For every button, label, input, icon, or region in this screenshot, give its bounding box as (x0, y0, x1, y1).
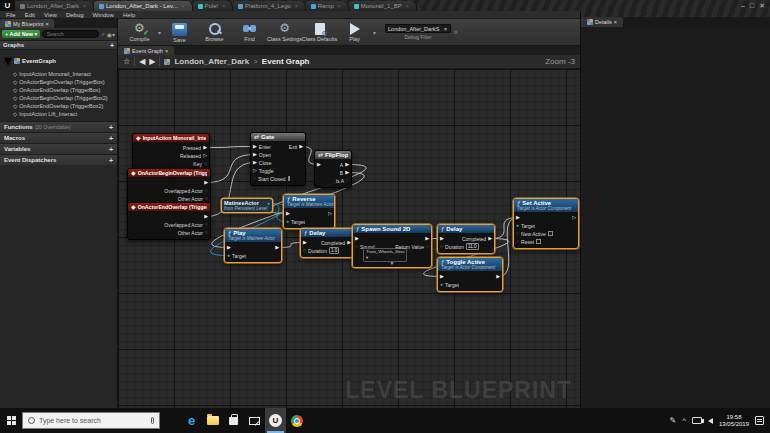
pin-enter[interactable]: ▶Enter (253, 143, 286, 150)
node-input-monorail[interactable]: ◆InputAction Monorail_Interact▶Pressed▷R… (132, 133, 210, 171)
tree-item-event[interactable]: ◇OnActorEndOverlap (TriggerBox) (0, 86, 117, 94)
pin-close[interactable]: ▶Close (253, 159, 286, 166)
node-spawn-sound[interactable]: ƒSpawn Sound 2D▶○SoundTrain_Wheels_Strai… (352, 224, 432, 268)
graph-canvas[interactable]: LEVEL BLUEPRINT ◆InputAction Monorail_In… (118, 69, 580, 408)
exec-pin-icon[interactable]: ▶ (286, 211, 290, 216)
taskbar-app-explorer[interactable] (202, 408, 223, 433)
exec-pin-icon[interactable]: ▶ (303, 240, 307, 245)
pin-pressed[interactable]: ▶Pressed (180, 144, 207, 151)
window-tab[interactable]: London_After_Dark - Lev...× (94, 1, 193, 11)
exec-pin-icon[interactable]: ▶ (516, 215, 520, 220)
exec-pin-icon[interactable]: ▶ (204, 214, 208, 219)
exec-pin-icon[interactable]: ▶ (275, 245, 279, 250)
node-play[interactable]: ƒPlayTarget is Matinee Actor▶●Target▶ (224, 228, 282, 263)
menu-window[interactable]: Window (93, 12, 114, 18)
object-pin-icon[interactable]: ● (516, 223, 519, 228)
taskbar-app-edge[interactable]: e (181, 408, 202, 433)
pin-completed[interactable]: ▶Completed (471, 235, 492, 242)
class-settings-button[interactable]: Class Settings (267, 19, 302, 45)
node-set-active[interactable]: ƒSet ActiveTarget is Actor Component▶●Ta… (513, 198, 579, 249)
exec-pin-icon[interactable]: ▷ (203, 153, 207, 158)
taskbar-app-mail[interactable] (244, 408, 265, 433)
pin-target[interactable]: ●Target (440, 281, 459, 288)
blueprint-search-input[interactable] (42, 30, 99, 38)
debug-search-icon[interactable]: ⌕ (454, 28, 458, 36)
chevron-down-icon[interactable]: ▾ (373, 29, 376, 36)
start-button[interactable] (0, 408, 22, 433)
exec-pin-icon[interactable]: ▶ (355, 236, 359, 241)
class-defaults-button[interactable]: Class Defaults (302, 19, 337, 45)
pin-exec[interactable]: ▶ (227, 244, 246, 251)
section-variables[interactable]: Variables+ (0, 143, 117, 154)
pin-target[interactable]: ●Target (286, 218, 305, 225)
menu-help[interactable]: Help (123, 12, 135, 18)
node-delay1[interactable]: ƒDelay▶○Duration1.0▶Completed (300, 228, 354, 258)
find-button[interactable]: Find (232, 19, 267, 45)
pin-overlapped-actor[interactable]: ○Overlapped Actor (164, 187, 208, 194)
object-pin-icon[interactable]: ○ (205, 188, 208, 193)
object-pin-icon[interactable]: ○ (205, 230, 208, 235)
favorite-star-icon[interactable]: ☆ (123, 57, 130, 66)
save-button[interactable]: Save (162, 19, 197, 45)
pin-exec[interactable]: ▶ (275, 244, 279, 251)
tree-item-event[interactable]: ◇OnActorBeginOverlap (TriggerBox) (0, 78, 117, 86)
forward-arrow-icon[interactable]: ▶ (149, 57, 155, 66)
node-reverse[interactable]: ƒReverseTarget is Matinee Actor▶●Target▷ (283, 194, 335, 229)
object-pin-icon[interactable]: ● (440, 282, 443, 287)
object-pin-icon[interactable]: ● (267, 201, 270, 206)
pin-exec[interactable]: ▷ (328, 210, 332, 217)
add-button[interactable]: + (109, 135, 113, 142)
volume-icon[interactable] (708, 418, 713, 424)
tree-item-event[interactable]: ◇OnActorBeginOverlap (TriggerBox2) (0, 94, 117, 102)
close-icon[interactable]: × (46, 21, 49, 27)
exec-pin-icon[interactable]: ▶ (253, 152, 257, 157)
tree-item-event[interactable]: ◇InputAction Monorail_Interact (0, 70, 117, 78)
notification-center-icon[interactable] (755, 416, 764, 425)
exec-pin-icon[interactable]: ▶ (253, 160, 257, 165)
tree-item-event[interactable]: ◇OnActorEndOverlap (TriggerBox2) (0, 102, 117, 110)
pin-start-closed[interactable]: ○Start Closed (253, 175, 286, 182)
pin-exec[interactable]: ▶ (164, 179, 208, 186)
maximize-button[interactable]: □ (750, 0, 754, 11)
play-button[interactable]: Play (337, 19, 372, 45)
chevron-down-icon[interactable]: ▾ (158, 29, 161, 36)
node-delay2[interactable]: ƒDelay▶○Duration11.0▶Completed (437, 224, 495, 254)
exec-pin-icon[interactable]: ▶ (203, 145, 207, 150)
add-graph-button[interactable]: + (110, 42, 114, 49)
exec-pin-icon[interactable]: ▶ (425, 236, 429, 241)
pin-toggle[interactable]: ▷Toggle (253, 167, 286, 174)
pin-new-active[interactable]: ○New Active (516, 230, 553, 237)
window-tab[interactable]: Monorail_1_BP× (349, 1, 417, 11)
compile-button[interactable]: Compile (122, 19, 157, 45)
float-pin-icon[interactable]: ○ (440, 244, 443, 249)
pin-exec[interactable]: ▶ (286, 210, 305, 217)
tree-item-event[interactable]: ◇InputAction Lift_Interact (0, 110, 117, 118)
pin-return-value[interactable]: ○Return Value (403, 243, 429, 250)
pin-exec[interactable]: ▶ (496, 273, 500, 280)
window-tab[interactable]: Ramp× (306, 1, 349, 11)
back-arrow-icon[interactable]: ◀ (139, 57, 145, 66)
section-functions[interactable]: Functions(20 Overridable)+ (0, 121, 117, 132)
taskbar-clock[interactable]: 19:58 13/05/2019 (719, 414, 749, 428)
struct-pin-icon[interactable]: ○ (204, 161, 207, 166)
pin-a[interactable]: ▶A (336, 161, 349, 168)
add-new-button[interactable]: + Add New ▾ (2, 30, 40, 38)
checkbox[interactable] (548, 231, 553, 236)
pin-completed[interactable]: ▶Completed (332, 239, 351, 246)
pin-overlapped-actor[interactable]: ○Overlapped Actor (164, 221, 208, 228)
minimize-button[interactable]: – (741, 0, 745, 11)
close-icon[interactable]: × (222, 3, 225, 9)
browse-button[interactable]: Browse (197, 19, 232, 45)
object-pin-icon[interactable]: ○ (355, 244, 358, 249)
object-pin-icon[interactable]: ● (227, 253, 230, 258)
pin-exit[interactable]: ▶Exit (291, 143, 303, 150)
pin-target[interactable]: ●Target (227, 252, 246, 259)
window-tab[interactable]: London_After_Dark× (15, 1, 94, 11)
close-icon[interactable]: × (83, 3, 86, 9)
float-pin-icon[interactable]: ○ (303, 248, 306, 253)
close-icon[interactable]: × (295, 3, 298, 9)
taskbar-app-unreal[interactable]: U (265, 408, 286, 433)
pin-exec[interactable]: ▶ (355, 235, 398, 242)
close-icon[interactable]: × (165, 48, 168, 54)
sound-asset-dropdown[interactable]: Train_Wheels_Strai ▾ (363, 248, 407, 262)
